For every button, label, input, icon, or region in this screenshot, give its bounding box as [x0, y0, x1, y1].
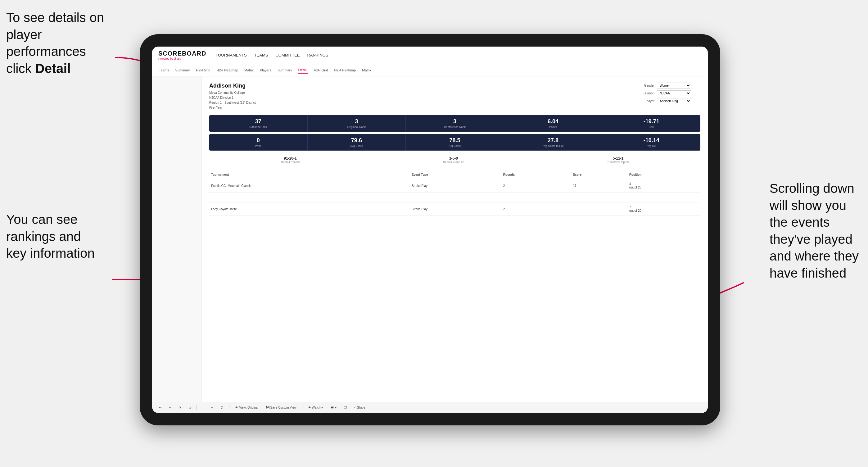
stat-national-rank: 37 National Rank: [209, 115, 308, 132]
record-overall: 91-20-1 Overall Record: [281, 156, 300, 164]
tournament-name-2: Lady Coyote Invite: [209, 203, 410, 216]
tab-h2h-grid1[interactable]: H2H Grid: [195, 67, 211, 73]
filter-player: Player Addison King: [638, 98, 700, 104]
tournament-table: Tournament Event Type Rounds Score Posit…: [209, 170, 700, 216]
toolbar-zoom-fit[interactable]: □: [187, 405, 192, 410]
tab-detail[interactable]: Detail: [298, 67, 308, 73]
toolbar-save-custom[interactable]: 💾 Save Custom View: [264, 405, 298, 410]
player-label: Player: [638, 99, 654, 103]
tournament-name-empty: [209, 192, 410, 203]
annotation-bl-3: key information: [6, 246, 95, 260]
logo-scoreboard: SCOREBOARD: [158, 50, 206, 57]
stats-row-1: 37 National Rank 3 Regional Rank 3 Confe…: [209, 115, 700, 132]
toolbar-sep3: [302, 405, 302, 410]
toolbar-sep1: [196, 405, 196, 410]
tab-h2h-heatmap2[interactable]: H2H Heatmap: [334, 67, 357, 73]
player-year: First Year: [209, 106, 222, 109]
annotation-r-3: the events: [770, 215, 830, 229]
right-panel: Addison King Mesa Community College NJCA…: [202, 76, 708, 402]
nav-tournaments[interactable]: TOURNAMENTS: [215, 52, 247, 58]
logo-area: SCOREBOARD Powered by clippd: [158, 50, 206, 60]
toolbar-timer[interactable]: ⏱: [219, 405, 225, 410]
position: 4out of 20: [627, 179, 700, 192]
tab-matrix1[interactable]: Matrix: [244, 67, 254, 73]
stat-avg-score-par: 27.8 Avg Score to Par: [504, 134, 602, 151]
nav-committee[interactable]: COMMITTEE: [275, 52, 300, 58]
toolbar-screen[interactable]: 💻 ▾: [329, 405, 338, 410]
player-name: Addison King: [209, 83, 256, 89]
player-filters: Gender Women Men Division NJCAA I: [638, 83, 700, 110]
record-top25: 1-5-0 Record vs top 25: [443, 156, 464, 164]
col-rounds: Rounds: [501, 170, 571, 179]
tab-h2h-heatmap1[interactable]: H2H Heatmap: [216, 67, 239, 73]
tournament-name: Estella CC- Mountain Classic: [209, 179, 410, 192]
stat-sos: -19.71 SoS: [602, 115, 700, 132]
stats-row-2: 0 Wins 79.6 Avg Score 78.5 Adj Score 27.…: [209, 134, 700, 151]
annotation-r-5: and where they: [770, 249, 859, 263]
toolbar-watch[interactable]: 👁 Watch ▾: [306, 405, 325, 410]
annotation-r-2: will show you: [770, 198, 846, 213]
tab-h2h-grid2[interactable]: H2H Grid: [313, 67, 329, 73]
col-tournament: Tournament: [209, 170, 410, 179]
toolbar-refresh[interactable]: ⟳: [177, 405, 183, 410]
bottom-toolbar: ↩ ↪ ⟳ □ – + ⏱ 👁 View: Original 💾 Save Cu…: [152, 402, 708, 413]
stat-avg-score: 79.6 Avg Score: [308, 134, 406, 151]
sub-nav: Teams Summary H2H Grid H2H Heatmap Matri…: [152, 64, 708, 76]
toolbar-view-original[interactable]: 👁 View: Original: [233, 405, 260, 410]
event-type: Stroke Play: [410, 179, 501, 192]
division-select[interactable]: NJCAA I: [657, 90, 691, 96]
toolbar-zoom-in[interactable]: +: [210, 405, 215, 410]
toolbar-fullscreen[interactable]: ❐: [342, 405, 349, 410]
logo-powered: Powered by clippd: [158, 57, 206, 60]
rounds-2: 2: [501, 203, 571, 216]
stat-avg-sg: -10.14 Avg SG: [602, 134, 700, 151]
stat-regional-rank: 3 Regional Rank: [308, 115, 406, 132]
stat-conference-rank: 3 Conference Rank: [406, 115, 504, 132]
tablet-frame: SCOREBOARD Powered by clippd TOURNAMENTS…: [140, 34, 720, 426]
gender-label: Gender: [638, 84, 654, 87]
annotation-bl-2: rankings and: [6, 229, 81, 244]
tab-summary2[interactable]: Summary: [277, 67, 293, 73]
position-2: 7out of 20: [627, 203, 700, 216]
player-info: Addison King Mesa Community College NJCA…: [209, 83, 256, 110]
toolbar-sep2: [229, 405, 229, 410]
col-event-type: Event Type: [410, 170, 501, 179]
gender-select[interactable]: Women Men: [657, 83, 691, 89]
score: 17: [571, 179, 627, 192]
nav-teams[interactable]: TEAMS: [254, 52, 268, 58]
toolbar-redo[interactable]: ↪: [167, 405, 173, 410]
annotation-right: Scrolling down will show you the events …: [770, 180, 859, 282]
tab-summary1[interactable]: Summary: [175, 67, 190, 73]
left-sidebar: [152, 76, 202, 402]
table-row: Estella CC- Mountain Classic Stroke Play…: [209, 179, 700, 192]
annotation-r-1: Scrolling down: [770, 181, 854, 196]
annotation-bl-1: You can see: [6, 212, 78, 227]
filter-division: Division NJCAA I: [638, 90, 700, 96]
col-position: Position: [627, 170, 700, 179]
annotation-r-4: they've played: [770, 232, 852, 247]
player-division: NJCAA Division 1: [209, 96, 234, 99]
col-score: Score: [571, 170, 627, 179]
stat-wins: 0 Wins: [209, 134, 308, 151]
tab-players[interactable]: Players: [259, 67, 272, 73]
player-select[interactable]: Addison King: [657, 98, 691, 104]
annotation-r-6: have finished: [770, 266, 846, 280]
player-region: Region 1 - Southwest (18) District: [209, 101, 256, 104]
toolbar-share[interactable]: < Share: [352, 405, 367, 410]
filter-gender: Gender Women Men: [638, 83, 700, 89]
toolbar-undo[interactable]: ↩: [157, 405, 163, 410]
record-top50: 5-11-1 Record vs top 50: [608, 156, 629, 164]
rounds: 2: [501, 179, 571, 192]
tab-matrix2[interactable]: Matrix: [361, 67, 372, 73]
nav-items: TOURNAMENTS TEAMS COMMITTEE RANKINGS: [215, 52, 328, 58]
nav-rankings[interactable]: RANKINGS: [307, 52, 328, 58]
main-content: Addison King Mesa Community College NJCA…: [152, 76, 708, 402]
player-college: Mesa Community College: [209, 91, 245, 94]
annotation-line3: click: [6, 61, 35, 76]
annotation-line2: player performances: [6, 27, 86, 59]
tab-teams[interactable]: Teams: [158, 67, 169, 73]
player-header: Addison King Mesa Community College NJCA…: [209, 83, 700, 110]
annotation-line1: To see details on: [6, 10, 104, 25]
toolbar-zoom-out[interactable]: –: [200, 405, 206, 410]
stat-points: 6.04 Points: [504, 115, 602, 132]
